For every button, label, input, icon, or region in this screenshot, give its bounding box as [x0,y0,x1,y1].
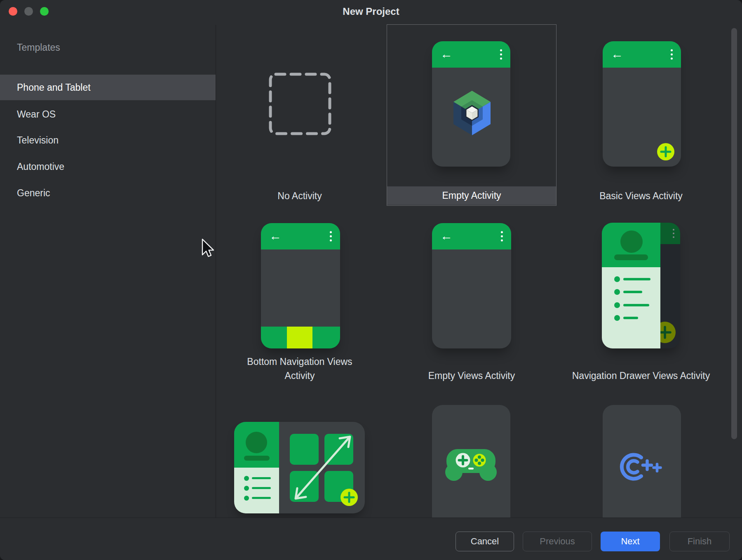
back-arrow-icon: ← [611,48,623,60]
cpp-logo-icon [618,449,664,485]
zoom-window-button[interactable] [40,7,49,16]
card-basic-views-activity[interactable]: ← Basic Views Activity [556,24,726,206]
card-responsive-views[interactable] [215,388,385,518]
sidebar-header: Templates [17,38,60,57]
card-empty-views-activity[interactable]: ← Empty Views Activity [387,206,556,388]
scrollbar-thumb[interactable] [731,28,737,439]
phone-mockup: ← [432,41,510,167]
overflow-menu-icon [500,49,502,60]
minimize-window-button[interactable] [24,7,33,16]
phone-mockup [603,405,681,518]
phone-mockup [432,405,510,518]
sidebar-item-television[interactable]: Television [0,127,216,153]
card-native-cpp[interactable] [556,388,726,518]
card-label: Empty Views Activity [387,369,556,383]
fab-plus-icon [657,143,674,160]
window-title: New Project [0,0,742,23]
app-bar: ← [261,223,340,249]
fab-plus-icon [340,489,358,506]
overflow-menu-icon [673,229,674,238]
sidebar-item-automotive[interactable]: Automotive [0,154,216,179]
app-bar: ← [432,223,511,249]
card-navigation-drawer-views-activity[interactable]: Navigation Drawer Views Activity [556,206,726,388]
new-project-dialog: New Project Templates Phone and Tablet W… [0,0,742,560]
sidebar-item-generic[interactable]: Generic [0,180,216,206]
card-label: Basic Views Activity [556,186,726,205]
footer: Cancel Previous Next Finish [0,518,742,560]
back-arrow-icon: ← [440,48,453,60]
phone-mockup: ← [432,223,511,348]
card-bottom-navigation-views-activity[interactable]: ← Bottom Navigation Views Activity [215,206,385,388]
avatar-icon [620,231,643,253]
overflow-menu-icon [501,231,503,242]
jetpack-compose-logo-icon [447,87,497,137]
back-arrow-icon: ← [269,230,282,242]
cancel-button[interactable]: Cancel [456,532,514,551]
dashed-frame-icon [269,73,331,135]
back-arrow-icon: ← [440,230,453,242]
bottom-nav-bar [261,327,340,348]
card-label: Bottom Navigation Views Activity [215,355,385,383]
overflow-menu-icon [671,49,673,60]
phone-mockup: ← [261,223,340,348]
close-window-button[interactable] [9,7,17,16]
name-bar [614,254,648,260]
mouse-cursor [201,238,215,258]
phone-mockup [602,223,680,348]
finish-button[interactable]: Finish [669,532,730,551]
sidebar-item-phone-and-tablet[interactable]: Phone and Tablet [0,75,216,100]
card-game-activity[interactable] [387,388,556,518]
app-bar: ← [603,41,681,68]
previous-button[interactable]: Previous [523,532,592,551]
card-label: No Activity [215,186,385,205]
next-button[interactable]: Next [601,532,660,551]
tablet-mockup [234,422,365,513]
gamepad-icon [445,447,497,482]
nav-drawer [602,223,660,348]
overflow-menu-icon [330,231,332,242]
titlebar: New Project [0,0,742,25]
card-label: Navigation Drawer Views Activity [556,369,726,383]
app-bar: ← [432,41,510,68]
drawer-menu-lines [602,267,660,348]
sidebar-item-wear-os[interactable]: Wear OS [0,101,216,127]
card-label: Empty Activity [387,186,556,205]
card-no-activity[interactable]: No Activity [215,24,385,206]
phone-mockup: ← [603,41,681,167]
card-empty-activity[interactable]: ← Empty Activity [387,24,556,206]
